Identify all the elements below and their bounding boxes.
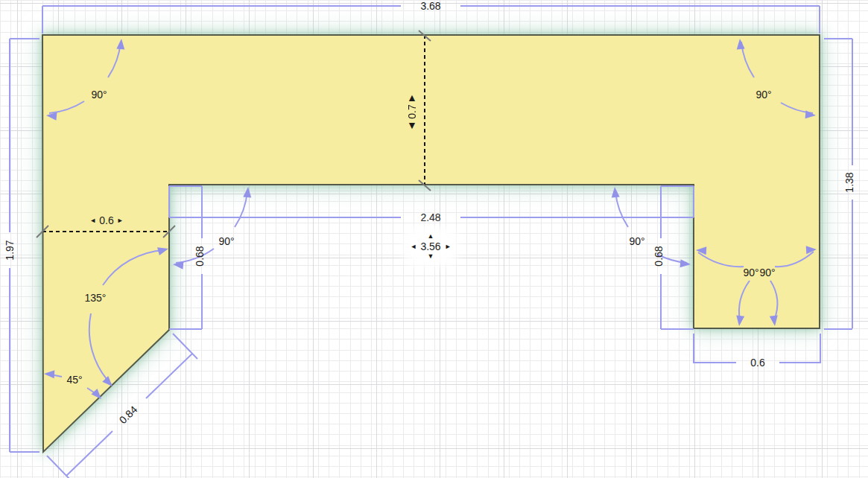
angle-label-tab-bottom-right: 90° [759,267,775,278]
angle-label-top-right: 90° [755,89,771,100]
drawing-canvas[interactable]: 3.68 1.97 1.38 2.48 0.68 0.68 0.6 0.84 9… [0,0,868,478]
increase-height-arrow-icon[interactable]: ▲ [407,92,417,103]
dim-label-tab-width: 0.6 [750,357,764,368]
angle-label-bevel-top: 135° [85,293,107,303]
dim-label-left-height: 1.97 [4,240,15,260]
increase-width-arrow-icon[interactable]: ► [117,217,124,224]
dim-label-top-width: 3.68 [420,1,440,11]
selected-width-handle[interactable]: ▲ ◄ 3.56 ► ▼ [410,233,451,260]
nudge-down-arrow-icon[interactable]: ▼ [428,253,434,260]
angle-label-tab-bottom-left: 90° [743,267,758,278]
column-width-handle[interactable]: ◄ 0.6 ► [89,215,123,226]
decrease-width-arrow-icon[interactable]: ◄ [89,217,96,224]
dim-label-notch-depth-left: 0.68 [194,246,205,266]
angle-label-bevel-bottom: 45° [66,375,82,385]
decrease-height-arrow-icon[interactable]: ▼ [407,121,417,131]
selected-width-value[interactable]: 3.56 [420,240,440,252]
dim-label-right-height: 1.38 [844,172,855,192]
angle-label-notch-left: 90° [218,236,234,246]
angle-label-top-left: 90° [91,89,107,100]
nudge-left-arrow-icon[interactable]: ◄ [410,243,416,250]
dim-label-notch-depth-right: 0.68 [653,246,664,266]
bar-height-value[interactable]: 0.7 [407,104,417,118]
angle-label-notch-right: 90° [629,236,644,246]
angle-arc-notch-right [615,191,687,263]
nudge-up-arrow-icon[interactable]: ▲ [428,233,434,240]
bar-height-handle[interactable]: ▲ 0.7 ▼ [407,92,417,130]
angle-arc-notch-left [176,191,247,263]
dim-label-notch-width: 2.48 [420,212,440,223]
nudge-right-arrow-icon[interactable]: ► [445,243,452,250]
column-width-value[interactable]: 0.6 [99,215,113,226]
